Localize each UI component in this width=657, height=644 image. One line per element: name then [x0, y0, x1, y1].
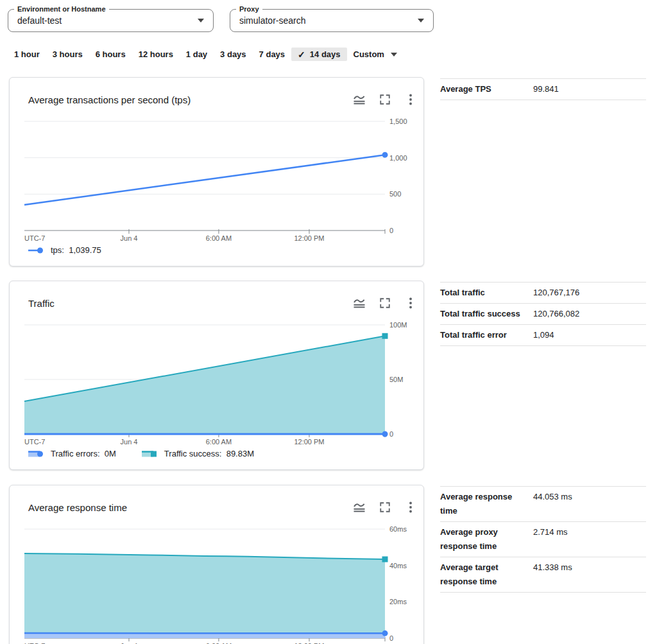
time-range-label: 12 hours [139, 49, 173, 59]
proxy-select-value: simulator-search [239, 15, 305, 26]
svg-text:0: 0 [389, 634, 393, 642]
legend-item: Traffic errors: 0M [28, 449, 116, 458]
chart-title: Traffic [28, 298, 55, 309]
stats-table-tps: Average TPS99.841 [440, 78, 646, 100]
stacked-line-chart-icon[interactable] [352, 500, 367, 515]
stat-value: 120,766,082 [533, 307, 579, 321]
chart-actions [352, 295, 418, 311]
proxy-select-label: Proxy [236, 5, 262, 13]
chart-title: Average transactions per second (tps) [28, 94, 191, 105]
stat-label: Average target response time [440, 561, 533, 589]
svg-text:0: 0 [389, 430, 393, 438]
time-range-6-hours[interactable]: 6 hours [89, 48, 132, 61]
time-range-label: 14 days [310, 49, 341, 59]
stat-value: 41.338 ms [533, 561, 572, 575]
stat-row: Average response time44.053 ms [440, 487, 646, 522]
dropdown-arrow-icon [418, 19, 424, 22]
time-range-3-days[interactable]: 3 days [214, 48, 252, 61]
svg-text:12:00 PM: 12:00 PM [294, 234, 324, 242]
svg-text:6:00 AM: 6:00 AM [206, 438, 232, 446]
stat-value: 1,094 [533, 328, 554, 342]
time-range-label: 3 days [220, 49, 246, 59]
legend-label: Traffic errors: 0M [51, 449, 116, 458]
chart-card-tps: Average transactions per second (tps) 05… [9, 77, 424, 266]
svg-text:UTC-7: UTC-7 [24, 438, 45, 446]
stat-label: Total traffic success [440, 307, 533, 321]
stacked-line-chart-icon[interactable] [352, 92, 367, 107]
environment-select-label: Environment or Hostname [14, 5, 109, 13]
stat-label: Total traffic [440, 286, 533, 300]
svg-text:12:00 PM: 12:00 PM [294, 438, 324, 446]
stat-row: Average proxy response time2.714 ms [440, 522, 646, 557]
stats-table-traffic: Total traffic120,767,176Total traffic su… [440, 282, 646, 346]
stat-value: 44.053 ms [533, 490, 572, 504]
dropdown-arrow-icon [391, 53, 397, 57]
svg-text:100M: 100M [389, 321, 407, 329]
svg-text:UTC-7: UTC-7 [24, 234, 45, 242]
svg-text:50M: 50M [389, 376, 403, 383]
fullscreen-icon[interactable] [377, 295, 393, 311]
stat-row: Average target response time41.338 ms [440, 557, 646, 593]
svg-text:40ms: 40ms [389, 562, 407, 570]
time-range-1-hour[interactable]: 1 hour [8, 48, 46, 61]
stat-label: Average response time [440, 490, 533, 518]
fullscreen-icon[interactable] [377, 92, 393, 107]
fullscreen-icon[interactable] [377, 500, 393, 515]
time-range-14-days[interactable]: ✓14 days [291, 48, 346, 61]
svg-text:500: 500 [389, 190, 401, 198]
stat-label: Average proxy response time [440, 525, 533, 553]
environment-select[interactable]: Environment or Hostname default-test [8, 9, 214, 32]
legend-label: tps: 1,039.75 [51, 245, 101, 255]
chart-actions [352, 92, 418, 107]
time-range-label: 7 days [259, 49, 285, 59]
svg-text:1,500: 1,500 [389, 117, 407, 125]
svg-text:0: 0 [389, 227, 393, 234]
time-range-custom[interactable]: Custom [347, 48, 404, 61]
svg-text:Jun 4: Jun 4 [121, 234, 138, 242]
legend-marker-icon [28, 246, 45, 255]
stat-value: 99.841 [533, 82, 559, 96]
more-vert-icon[interactable] [403, 500, 418, 515]
stat-row: Total traffic error1,094 [440, 325, 646, 346]
proxy-select[interactable]: Proxy simulator-search [230, 9, 434, 32]
time-range-1-day[interactable]: 1 day [180, 48, 214, 61]
stacked-line-chart-icon[interactable] [352, 295, 367, 311]
chart-card-response-time: Average response time 020ms40ms60msJun 4… [9, 485, 424, 644]
stat-label: Total traffic error [440, 328, 533, 342]
time-range-7-days[interactable]: 7 days [253, 48, 291, 61]
stat-row: Total traffic success120,766,082 [440, 304, 646, 325]
chart-title: Average response time [28, 502, 127, 513]
dropdown-arrow-icon [198, 19, 204, 22]
stats-table-response-time: Average response time44.053 msAverage pr… [440, 486, 646, 593]
svg-text:1,000: 1,000 [389, 154, 407, 162]
stat-row: Total traffic120,767,176 [440, 283, 646, 304]
time-range-label: 6 hours [96, 49, 126, 59]
time-range-label: 3 hours [53, 49, 83, 59]
stat-value: 120,767,176 [533, 286, 579, 300]
legend-item: tps: 1,039.75 [28, 245, 101, 255]
stat-label: Average TPS [440, 82, 533, 96]
chart-actions [352, 500, 418, 515]
chart-legend: Traffic errors: 0MTraffic success: 89.83… [28, 449, 254, 458]
legend-item: Traffic success: 89.83M [142, 449, 254, 458]
check-icon: ✓ [298, 50, 305, 59]
stat-row: Average TPS99.841 [440, 79, 646, 100]
svg-text:20ms: 20ms [389, 598, 407, 605]
time-range-3-hours[interactable]: 3 hours [46, 48, 89, 61]
time-range-label: 1 day [186, 49, 207, 59]
more-vert-icon[interactable] [403, 295, 418, 311]
svg-text:6:00 AM: 6:00 AM [206, 234, 232, 242]
chart-legend: tps: 1,039.75 [28, 245, 101, 255]
legend-marker-icon [28, 449, 45, 458]
more-vert-icon[interactable] [403, 92, 418, 107]
time-range-12-hours[interactable]: 12 hours [132, 48, 180, 61]
svg-text:60ms: 60ms [389, 525, 407, 533]
time-range-label: 1 hour [14, 49, 40, 59]
legend-label: Traffic success: 89.83M [164, 449, 254, 458]
stat-value: 2.714 ms [533, 525, 567, 539]
svg-text:Jun 4: Jun 4 [121, 438, 138, 446]
environment-select-value: default-test [17, 15, 62, 26]
time-range-label: Custom [354, 49, 384, 59]
time-range-tabs: 1 hour3 hours6 hours12 hours1 day3 days7… [8, 48, 404, 61]
chart-card-traffic: Traffic 050M100MJun 46:00 AM12:00 PMUTC-… [9, 281, 424, 470]
